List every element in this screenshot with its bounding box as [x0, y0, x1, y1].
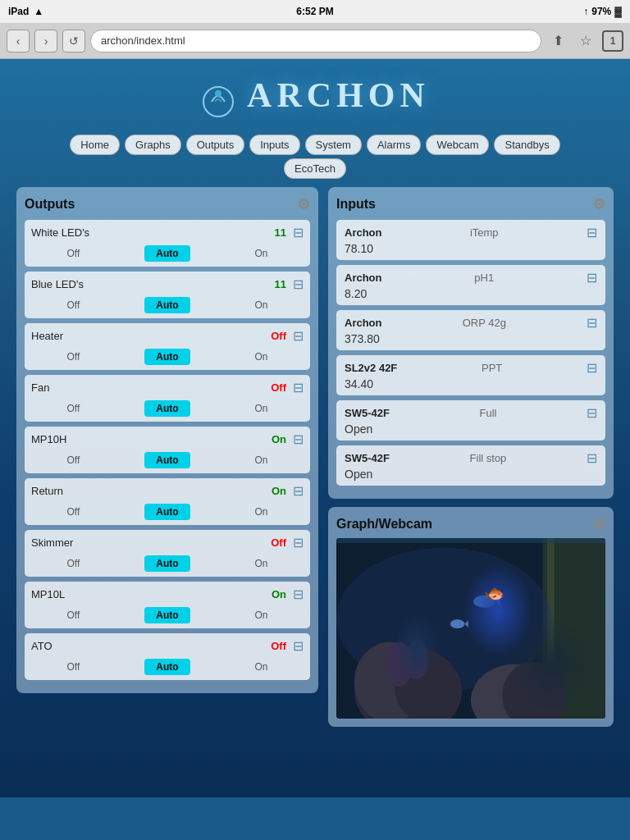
input-value-5: Open	[345, 466, 597, 481]
output-status-return: On	[272, 485, 286, 497]
main-nav: Home Graphs Outputs Inputs System Alarms…	[16, 135, 614, 155]
output-skimmer: Skimmer Off ⊟ Off Auto On	[25, 530, 310, 577]
nav-webcam[interactable]: Webcam	[426, 135, 489, 155]
off-btn-return[interactable]: Off	[60, 504, 86, 519]
on-btn-mp10h[interactable]: On	[249, 453, 275, 468]
output-name-ato: ATO	[31, 640, 264, 652]
battery-label: 97%	[591, 6, 611, 17]
tune-icon-mp10h[interactable]: ⊟	[293, 431, 304, 447]
input-value-2: 373.80	[345, 331, 597, 345]
nav-graphs[interactable]: Graphs	[125, 135, 181, 155]
auto-btn-ato[interactable]: Auto	[144, 659, 189, 675]
nav-alarms[interactable]: Alarms	[367, 135, 421, 155]
webcam-display	[336, 538, 605, 719]
input-sw5-full: SW5-42F Full ⊟ Open	[336, 400, 605, 441]
tune-icon-input-2[interactable]: ⊟	[587, 315, 597, 331]
nav-inputs[interactable]: Inputs	[249, 135, 299, 155]
auto-btn-mp10h[interactable]: Auto	[144, 452, 189, 468]
on-btn-skimmer[interactable]: On	[249, 556, 275, 571]
wifi-icon: ▲	[34, 6, 43, 17]
on-btn-ato[interactable]: On	[249, 660, 275, 674]
tune-icon-blue-leds[interactable]: ⊟	[293, 276, 304, 292]
nav-outputs[interactable]: Outputs	[186, 135, 245, 155]
tune-icon-ato[interactable]: ⊟	[293, 638, 304, 654]
input-archon-orp: Archon ORP 42g ⊟ 373.80	[336, 310, 605, 350]
output-name-blue-leds: Blue LED's	[31, 278, 268, 290]
output-mp10l: MP10L On ⊟ Off Auto On	[25, 582, 310, 628]
inputs-title: Inputs	[336, 197, 376, 212]
off-btn-fan[interactable]: Off	[60, 401, 86, 416]
on-btn-return[interactable]: On	[249, 504, 275, 519]
battery-icon: ▓	[614, 6, 622, 17]
on-btn-heater[interactable]: On	[249, 349, 275, 364]
output-mp10h: MP10H On ⊟ Off Auto On	[25, 427, 310, 473]
off-btn-heater[interactable]: Off	[60, 349, 86, 364]
auto-btn-return[interactable]: Auto	[144, 504, 189, 520]
status-right: ↑ 97% ▓	[583, 6, 622, 17]
svg-point-5	[336, 548, 551, 692]
outputs-gear-icon[interactable]: ⚙	[297, 195, 310, 213]
signal-icon: ↑	[583, 6, 588, 17]
auto-btn-skimmer[interactable]: Auto	[144, 555, 189, 572]
on-btn-blue-leds[interactable]: On	[249, 298, 275, 313]
share-button[interactable]: ⬆	[546, 30, 569, 52]
tune-icon-input-3[interactable]: ⊟	[587, 360, 597, 376]
auto-btn-fan[interactable]: Auto	[144, 400, 189, 417]
off-btn-skimmer[interactable]: Off	[60, 556, 86, 571]
tune-icon-skimmer[interactable]: ⊟	[293, 535, 304, 550]
off-btn-white-leds[interactable]: Off	[60, 246, 86, 261]
bookmark-button[interactable]: ☆	[574, 30, 597, 52]
tune-icon-input-0[interactable]: ⊟	[587, 225, 597, 240]
on-btn-fan[interactable]: On	[249, 401, 275, 416]
page-background: ARCHON Home Graphs Outputs Inputs System…	[0, 59, 630, 797]
input-source-2: Archon	[345, 317, 382, 329]
tune-icon-mp10l[interactable]: ⊟	[293, 587, 304, 602]
reload-button[interactable]: ↺	[62, 30, 85, 52]
tab-counter[interactable]: 1	[602, 30, 623, 52]
tune-icon-input-1[interactable]: ⊟	[587, 270, 597, 285]
svg-point-13	[473, 596, 495, 608]
logo-text: ARCHON	[247, 76, 430, 114]
tune-icon-input-4[interactable]: ⊟	[587, 405, 597, 421]
output-status-mp10l: On	[272, 588, 286, 600]
off-btn-mp10l[interactable]: Off	[60, 608, 86, 623]
off-btn-mp10h[interactable]: Off	[60, 453, 86, 468]
output-name-skimmer: Skimmer	[31, 536, 264, 549]
back-button[interactable]: ‹	[7, 30, 30, 52]
nav-ecotech[interactable]: EcoTech	[284, 158, 346, 179]
input-archon-itemp: Archon iTemp ⊟ 78.10	[336, 220, 605, 260]
on-btn-white-leds[interactable]: On	[249, 246, 275, 261]
off-btn-ato[interactable]: Off	[60, 660, 86, 674]
graph-gear-icon[interactable]: ⚙	[592, 515, 605, 533]
input-source-1: Archon	[345, 272, 382, 284]
auto-btn-white-leds[interactable]: Auto	[144, 245, 189, 262]
input-type-2: ORP 42g	[382, 317, 587, 329]
tune-icon-fan[interactable]: ⊟	[293, 380, 304, 395]
tune-icon-return[interactable]: ⊟	[293, 483, 304, 499]
on-btn-mp10l[interactable]: On	[249, 608, 275, 623]
output-fan: Fan Off ⊟ Off Auto On	[25, 375, 310, 422]
input-value-3: 34.40	[345, 376, 597, 390]
input-sw5-fillstop: SW5-42F Fill stop ⊟ Open	[336, 445, 605, 486]
output-name-white-leds: White LED's	[31, 226, 268, 239]
main-content: Outputs ⚙ White LED's 11 ⊟ Off Auto On	[16, 187, 614, 727]
auto-btn-heater[interactable]: Auto	[144, 349, 189, 365]
status-bar: iPad ▲ 6:52 PM ↑ 97% ▓	[0, 0, 630, 23]
input-type-1: pH1	[382, 272, 587, 284]
tune-icon-input-5[interactable]: ⊟	[587, 450, 597, 466]
auto-btn-blue-leds[interactable]: Auto	[144, 297, 189, 313]
nav-standbys[interactable]: Standbys	[494, 135, 559, 155]
logo-icon	[200, 84, 237, 123]
output-white-leds: White LED's 11 ⊟ Off Auto On	[25, 220, 310, 267]
output-name-mp10l: MP10L	[31, 588, 265, 600]
auto-btn-mp10l[interactable]: Auto	[144, 607, 189, 623]
nav-home[interactable]: Home	[70, 135, 120, 155]
inputs-gear-icon[interactable]: ⚙	[592, 195, 605, 213]
tune-icon-heater[interactable]: ⊟	[293, 328, 304, 344]
forward-button[interactable]: ›	[34, 30, 57, 52]
tune-icon-white-leds[interactable]: ⊟	[293, 225, 304, 240]
nav-system[interactable]: System	[305, 135, 362, 155]
off-btn-blue-leds[interactable]: Off	[60, 298, 86, 313]
url-bar[interactable]: archon/index.html	[90, 30, 541, 52]
output-status-heater: Off	[271, 330, 286, 342]
